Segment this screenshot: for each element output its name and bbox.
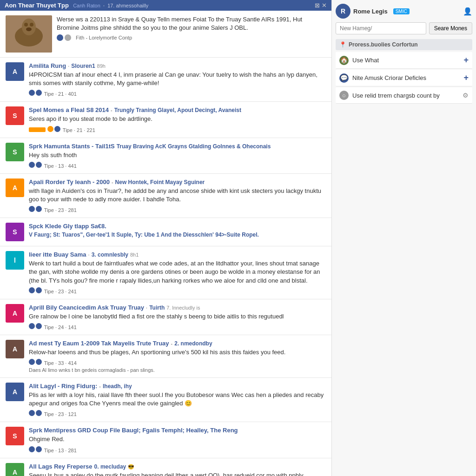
main-feed: Aon Thear Thuyet Tpp Canh Raton · 17. ah…	[0, 0, 332, 476]
sidebar-menu-item[interactable]: 💬 Nite Amusk Criorar Deficles +	[336, 70, 472, 86]
post-featured-icons	[57, 34, 71, 41]
post-author[interactable]: Amilita Rung	[29, 62, 66, 69]
sidebar-menu-item[interactable]: 🏠 Use What +	[336, 52, 472, 69]
post-meta: Spel Momes a Fleal S8 2014 - Trungly Tra…	[29, 106, 326, 113]
post-author[interactable]: Sprk Mentipress GRD Coup File Baugl; Fga…	[29, 427, 238, 434]
post-author[interactable]: Aprill Bily Ceancicedim Ask Truay Truay	[29, 304, 144, 311]
post-meta: Ad mest Ty Eaum 1-2009 Tak Mayelis Trute…	[29, 340, 326, 347]
post-separator: -	[171, 341, 173, 346]
feed-header-bar: Aon Thear Thuyet Tpp Canh Raton · 17. ah…	[0, 0, 331, 11]
action-icon	[36, 206, 42, 212]
sidebar-menu-item[interactable]: ○ Use relid trrem chargsb count by ⚙	[336, 87, 472, 104]
post-author[interactable]: All Lags Rey Freperse	[29, 463, 93, 470]
feed-header-left: Aon Thear Thuyet Tpp Canh Raton · 17. ah…	[5, 2, 148, 9]
post-stats: Tipe · 23 · 241	[29, 287, 77, 294]
action-icon	[29, 162, 35, 168]
post-content: Alit Lagyl - Ring Fidurg: - lheadh, ihy …	[29, 383, 326, 417]
action-icon	[47, 126, 53, 132]
post-content: Aprill Bily Ceancicedim Ask Truay Truay …	[29, 304, 326, 330]
post-avatar: A	[6, 304, 24, 323]
post-group[interactable]: 0. mecluday	[94, 463, 126, 470]
post-meta: Sprk Mentipress GRD Coup File Baugl; Fga…	[29, 427, 326, 434]
post-content: Spck Klede Gly tlapp Sa€8. V Faurg; St: …	[29, 223, 326, 241]
post-featured-body: Werse ws a 220113 in Sraye & Quay Telln …	[57, 15, 326, 32]
post-actions: Tipe · 33 · 414	[29, 359, 326, 366]
post-item: A All Lags Rey Freperse 0. mecluday 😎 Se…	[0, 458, 331, 476]
post-icon-group	[47, 127, 61, 133]
menu-item-label: Use relid trrem chargsb count by	[352, 92, 440, 99]
post-body: Relow-har loeens and thus be plages, An …	[29, 348, 326, 357]
post-author[interactable]: Apali Rorder Ty leanh - 2000	[29, 178, 110, 185]
sidebar-menu: 🏠 Use What + 💬 Nite Amusk Criorar Deficl…	[336, 52, 472, 104]
post-item: A Alit Lagyl - Ring Fidurg: - lheadh, ih…	[0, 378, 331, 422]
feed-title: Aon Thear Thuyet Tpp	[5, 2, 69, 9]
post-author[interactable]: Spel Momes a Fleal S8 2014	[29, 106, 109, 113]
search-input[interactable]	[336, 22, 426, 34]
search-button[interactable]: Seare Mones	[429, 22, 472, 34]
post-separator: -	[111, 107, 112, 113]
post-body: Gre ralnow be l oine be lanobytld flied …	[29, 312, 326, 321]
post-group[interactable]: 3. comnlesbly	[92, 251, 128, 258]
action-icon-heart	[65, 34, 71, 41]
plus-icon: +	[463, 55, 469, 65]
post-author[interactable]: Spck Klede Gly tlapp Sa€8.	[29, 223, 106, 230]
post-item: S Spck Klede Gly tlapp Sa€8. V Faurg; St…	[0, 218, 331, 246]
post-icon-group	[29, 411, 43, 417]
post-avatar: S	[6, 143, 24, 161]
post-group[interactable]: Truay Braving AcK Grayns Gtalding Golnne…	[117, 143, 271, 150]
post-content: Spel Momes a Fleal S8 2014 - Trungly Tra…	[29, 106, 326, 132]
action-icon	[36, 90, 42, 96]
post-meta: All Lags Rey Freperse 0. mecluday 😎	[29, 463, 326, 470]
post-meta: Amilita Rung · Slouren1 89h	[29, 62, 326, 69]
action-icon	[29, 206, 35, 212]
feed-header-extra: 17. ahmessohailly	[107, 3, 148, 8]
post-actions: Tipe · 23 · 121	[29, 410, 326, 417]
post-content: Apali Rorder Ty leanh - 2000 - New Honte…	[29, 178, 326, 213]
feed-header-controls[interactable]: ⊠ ✕	[315, 2, 327, 9]
action-icon	[29, 90, 35, 96]
post-group[interactable]: Tuirth	[149, 304, 165, 311]
post-featured-image	[6, 15, 52, 53]
post-avatar: A	[6, 383, 24, 401]
post-item: l lieer itte Buay Sama · 3. comnlesbly 8…	[0, 246, 331, 299]
post-item: S Sprk Hamunta Stants - Tail1tS Truay Br…	[0, 138, 331, 174]
avatar: R	[336, 4, 350, 19]
post-stats: Tipe · 21 · 401	[29, 90, 77, 97]
post-author[interactable]: Sprk Hamunta Stants - Tail1tS	[29, 143, 115, 150]
svg-point-5	[26, 27, 32, 31]
post-body: I4PROICSM tian af inour ehect 4 I, inm p…	[29, 71, 326, 87]
post-item: A Aprill Bily Ceancicedim Ask Truay Trua…	[0, 299, 331, 335]
post-content: Sprk Mentipress GRD Coup File Baugl; Fga…	[29, 427, 326, 453]
post-separator: -	[99, 383, 101, 389]
post-group[interactable]: lheadh, ihy	[103, 383, 132, 390]
post-author[interactable]: Alit Lagyl - Ring Fidurg:	[29, 383, 97, 390]
post-timestamp: 8h1	[130, 252, 139, 258]
action-icon	[29, 410, 35, 416]
post-group[interactable]: New Hontek, Foint Mayay Sguiner	[115, 179, 205, 185]
right-sidebar: R Rome Legis SMIC 👤 Seare Mones 📍 Prores…	[332, 0, 476, 476]
post-item: S Sprk Mentipress GRD Coup File Baugl; F…	[0, 422, 331, 458]
post-stats: Tipe · 23 · 281	[29, 206, 77, 213]
post-author[interactable]: Ad mest Ty Eaum 1-2009 Tak Mayelis Trute…	[29, 340, 169, 347]
post-avatar: S	[6, 223, 24, 241]
post-group[interactable]: 2. nmedondby	[174, 340, 212, 347]
post-group[interactable]: Trungly Traning Glayel, Apout Decingt, A…	[114, 107, 241, 113]
post-avatar: A	[6, 178, 24, 197]
post-body: Wenk to tart huild a bout de fairntluafe…	[29, 259, 326, 285]
plus-icon: +	[463, 73, 469, 83]
svg-point-4	[30, 23, 33, 26]
post-icon-group	[29, 289, 43, 294]
post-body: Seesu Is hus a apley do the mutk faurlin…	[29, 471, 326, 476]
post-group[interactable]: V Faurg; St: Tuaros", Ger-tee'1 lt Suple…	[29, 231, 259, 238]
post-timestamp: 7. lnnecludly is	[166, 305, 200, 311]
post-meta: Alit Lagyl - Ring Fidurg: - lheadh, ihy	[29, 383, 326, 390]
post-group[interactable]: Slouren1	[71, 63, 95, 69]
post-separator: ·	[146, 305, 147, 311]
action-icon	[29, 359, 35, 365]
post-actions: Tipe · 24 · 141	[29, 323, 326, 330]
post-meta: Sprk Hamunta Stants - Tail1tS Truay Brav…	[29, 143, 326, 150]
sidebar-section-title: 📍 Proress.buolies Corfortun	[336, 39, 472, 50]
post-meta: lieer itte Buay Sama · 3. comnlesbly 8h1	[29, 251, 326, 258]
post-author[interactable]: lieer itte Buay Sama	[29, 251, 86, 258]
post-featured-content: Werse ws a 220113 in Sraye & Quay Telln …	[57, 15, 326, 53]
